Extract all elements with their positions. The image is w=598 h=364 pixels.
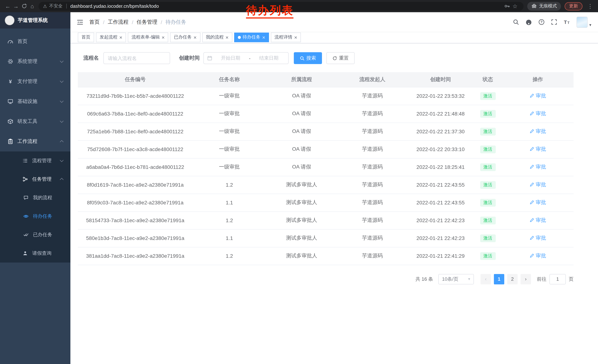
breadcrumb-task-mgmt[interactable]: 任务管理	[137, 19, 158, 25]
todo-task-table: 任务编号 任务名称 所属流程 流程发起人 创建时间 状态 操作 73211	[78, 72, 573, 265]
active-dot	[238, 36, 241, 39]
github-icon[interactable]	[526, 19, 532, 25]
close-icon[interactable]: ×	[225, 35, 228, 40]
sidebar-item-todo-task[interactable]: 待办任务	[0, 207, 70, 226]
sidebar-item-done-task[interactable]: 已办任务	[0, 226, 70, 244]
fullscreen-icon[interactable]	[551, 19, 557, 25]
reload-icon[interactable]	[20, 3, 28, 9]
approve-link[interactable]: 审批	[530, 128, 546, 135]
approve-link[interactable]: 审批	[530, 181, 546, 188]
cell-task-name: 1.2	[193, 211, 266, 229]
sidebar-item-system[interactable]: 系统管理	[0, 51, 70, 72]
cell-process: OA 请假	[266, 158, 337, 176]
cell-create-time: 2022-01-21 22:43:55	[407, 176, 473, 194]
tab-start-process[interactable]: 发起流程 ×	[96, 32, 126, 42]
sidebar-item-leave-query[interactable]: 请假查询	[0, 244, 70, 263]
svg-text:?: ?	[540, 20, 543, 24]
edit-pencil-icon	[530, 182, 534, 187]
next-page-button[interactable]: ›	[521, 274, 531, 284]
approve-link[interactable]: 审批	[530, 235, 546, 242]
goto-label: 前往	[537, 276, 547, 282]
password-key-icon[interactable]	[503, 3, 511, 9]
cell-task-id: 73211d9d-7b9b-11ec-b5b7-acde48001122	[78, 87, 193, 105]
bookmark-star-icon[interactable]: ☆	[511, 3, 519, 9]
approve-link[interactable]: 审批	[530, 110, 546, 117]
user-menu[interactable]: ▾	[577, 16, 591, 28]
cell-starter: 芋道源码	[337, 247, 407, 265]
sidebar-item-infrastructure[interactable]: 基础设施	[0, 91, 70, 112]
sidebar-collapse-icon[interactable]	[77, 19, 83, 25]
tab-form-edit[interactable]: 流程表单-编辑 ×	[128, 32, 168, 42]
approve-link[interactable]: 审批	[530, 93, 546, 99]
breadcrumb-home[interactable]: 首页	[89, 19, 100, 25]
app-logo[interactable]: 芋道管理系统	[0, 12, 70, 29]
process-name-input[interactable]	[103, 52, 170, 64]
tab-process-detail[interactable]: 流程详情 ×	[271, 32, 301, 42]
cell-actions: 审批	[502, 122, 573, 140]
close-icon[interactable]: ×	[119, 35, 122, 40]
avatar[interactable]	[577, 16, 588, 28]
sidebar-item-home[interactable]: 首页	[0, 32, 70, 51]
cell-actions: 审批	[502, 105, 573, 122]
back-icon[interactable]: ←	[4, 3, 12, 9]
sidebar-item-my-process[interactable]: 我的流程	[0, 188, 70, 207]
col-status: 状态	[473, 72, 502, 87]
sidebar-item-payment[interactable]: ¥ 支付管理	[0, 72, 70, 91]
double-check-icon	[23, 232, 29, 238]
goto-page-input[interactable]	[549, 274, 566, 284]
status-badge: 激活	[480, 128, 496, 135]
end-date-placeholder[interactable]: 结束日期	[253, 55, 285, 61]
cell-actions: 审批	[502, 247, 573, 265]
cell-process: OA 请假	[266, 105, 337, 122]
close-icon[interactable]: ×	[162, 35, 165, 40]
page-button-1[interactable]: 1	[494, 274, 504, 284]
approve-link[interactable]: 审批	[530, 164, 546, 170]
incognito-badge: 无痕模式	[527, 2, 561, 11]
edit-pencil-icon	[530, 200, 534, 205]
help-icon[interactable]: ?	[539, 19, 545, 25]
prev-page-button[interactable]: ‹	[481, 274, 491, 284]
chevron-up-icon	[60, 140, 64, 144]
sidebar-item-workflow[interactable]: 工作流程	[0, 131, 70, 152]
page-size-select[interactable]: 10条/页 ▾	[438, 274, 474, 284]
forward-icon[interactable]: →	[12, 3, 20, 9]
tab-done-tasks[interactable]: 已办任务 ×	[170, 32, 200, 42]
page-button-2[interactable]: 2	[507, 274, 518, 284]
search-icon[interactable]	[513, 19, 519, 25]
page-url[interactable]: dashboard.yudao.iocoder.cn/bpm/task/todo	[70, 4, 159, 9]
cell-status: 激活	[473, 229, 502, 247]
approve-link[interactable]: 审批	[530, 146, 546, 153]
sidebar-item-devtools[interactable]: 研发工具	[0, 112, 70, 131]
cell-task-id: 580e1b3d-7ac8-11ec-a9e2-a2380e71991a	[78, 229, 193, 247]
clipboard-icon	[8, 138, 13, 145]
sidebar-item-task-mgmt[interactable]: 任务管理	[0, 170, 70, 188]
edit-pencil-icon	[530, 165, 534, 170]
home-icon[interactable]: ⌂	[28, 3, 36, 9]
svg-text:T: T	[564, 19, 567, 25]
flow-branch-icon	[22, 176, 28, 182]
tab-todo-tasks[interactable]: 待办任务 ×	[234, 32, 269, 42]
approve-link[interactable]: 审批	[530, 199, 546, 206]
start-date-placeholder[interactable]: 开始日期	[215, 55, 247, 61]
approve-link[interactable]: 审批	[530, 217, 546, 224]
cell-task-name: 一级审批	[193, 158, 266, 176]
cell-create-time: 2022-01-21 22:42:23	[407, 211, 473, 229]
close-icon[interactable]: ×	[194, 35, 197, 40]
browser-update-button[interactable]: 更新	[565, 2, 582, 10]
cell-create-time: 2022-01-22 21:48:48	[407, 105, 473, 122]
close-icon[interactable]: ×	[262, 35, 265, 40]
date-range-picker[interactable]: 开始日期 - 结束日期	[203, 52, 289, 64]
breadcrumb-workflow[interactable]: 工作流程	[108, 19, 129, 25]
search-button[interactable]: 搜索	[294, 52, 322, 64]
approve-link[interactable]: 审批	[530, 252, 546, 259]
font-size-icon[interactable]: T T	[564, 19, 570, 25]
tab-my-process[interactable]: 我的流程 ×	[202, 32, 232, 42]
sidebar-item-process-mgmt[interactable]: 流程管理	[0, 152, 70, 170]
cell-actions: 审批	[502, 158, 573, 176]
cell-actions: 审批	[502, 211, 573, 229]
cell-starter: 芋道源码	[337, 87, 407, 105]
close-icon[interactable]: ×	[294, 35, 297, 40]
reset-button[interactable]: 重置	[326, 52, 355, 64]
browser-menu-icon[interactable]: ⋮	[586, 3, 594, 9]
tab-home[interactable]: 首页	[78, 32, 94, 42]
